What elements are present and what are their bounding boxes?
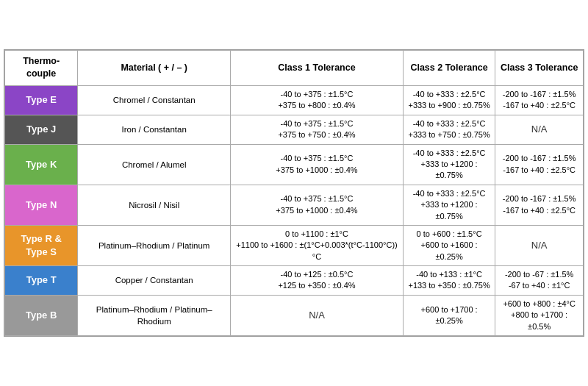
type-cell-3: Type N: [5, 185, 78, 225]
class2-cell-0: -40 to +333 : ±2.5°C +333 to +900 : ±0.7…: [403, 85, 495, 115]
header-class1: Class 1 Tolerance: [231, 50, 404, 85]
class3-cell-5: -200 to -67 : ±1.5% -67 to +40 : ±1°C: [495, 266, 584, 296]
class3-cell-4: N/A: [495, 225, 584, 265]
class2-cell-5: -40 to +133 : ±1°C +133 to +350 : ±0.75%: [403, 266, 495, 296]
class3-cell-3: -200 to -167 : ±1.5% -167 to +40 : ±2.5°…: [495, 185, 584, 225]
thermocouple-table: Thermo-couple Material ( + / – ) Class 1…: [4, 50, 584, 336]
class3-cell-1: N/A: [495, 115, 584, 144]
header-class2: Class 2 Tolerance: [403, 50, 495, 85]
type-cell-0: Type E: [5, 85, 78, 115]
class1-cell-4: 0 to +1100 : ±1°C +1100 to +1600 : ±(1°C…: [231, 225, 404, 265]
class1-cell-0: -40 to +375 : ±1.5°C +375 to +800 : ±0.4…: [231, 85, 404, 115]
type-cell-1: Type J: [5, 115, 78, 144]
header-thermocouple: Thermo-couple: [5, 50, 78, 85]
class3-cell-2: -200 to -167 : ±1.5% -167 to +40 : ±2.5°…: [495, 144, 584, 185]
material-cell-3: Nicrosil / Nisil: [78, 185, 231, 225]
class3-cell-0: -200 to -167 : ±1.5% -167 to +40 : ±2.5°…: [495, 85, 584, 115]
main-table-wrapper: Thermo-couple Material ( + / – ) Class 1…: [4, 49, 584, 337]
material-cell-4: Platinum–Rhodium / Platinum: [78, 225, 231, 265]
class2-cell-6: +600 to +1700 : ±0.25%: [403, 295, 495, 335]
class1-cell-1: -40 to +375 : ±1.5°C +375 to +750 : ±0.4…: [231, 115, 404, 144]
class2-cell-1: -40 to +333 : ±2.5°C +333 to +750 : ±0.7…: [403, 115, 495, 144]
type-cell-5: Type T: [5, 266, 78, 296]
type-cell-2: Type K: [5, 144, 78, 185]
material-cell-5: Copper / Constantan: [78, 266, 231, 296]
type-cell-4: Type R & Type S: [5, 225, 78, 265]
class1-cell-5: -40 to +125 : ±0.5°C +125 to +350 : ±0.4…: [231, 266, 404, 296]
material-cell-1: Iron / Constantan: [78, 115, 231, 144]
class1-cell-2: -40 to +375 : ±1.5°C +375 to +1000 : ±0.…: [231, 144, 404, 185]
class2-cell-3: -40 to +333 : ±2.5°C +333 to +1200 : ±0.…: [403, 185, 495, 225]
type-cell-6: Type B: [5, 295, 78, 335]
class2-cell-2: -40 to +333 : ±2.5°C +333 to +1200 : ±0.…: [403, 144, 495, 185]
material-cell-2: Chromel / Alumel: [78, 144, 231, 185]
class3-cell-6: +600 to +800 : ±4°C +800 to +1700 : ±0.5…: [495, 295, 584, 335]
header-material: Material ( + / – ): [78, 50, 231, 85]
class2-cell-4: 0 to +600 : ±1.5°C +600 to +1600 : ±0.25…: [403, 225, 495, 265]
material-cell-0: Chromel / Constantan: [78, 85, 231, 115]
material-cell-6: Platinum–Rhodium / Platinum–Rhodium: [78, 295, 231, 335]
class1-cell-3: -40 to +375 : ±1.5°C +375 to +1000 : ±0.…: [231, 185, 404, 225]
class1-cell-6: N/A: [231, 295, 404, 335]
header-class3: Class 3 Tolerance: [495, 50, 584, 85]
